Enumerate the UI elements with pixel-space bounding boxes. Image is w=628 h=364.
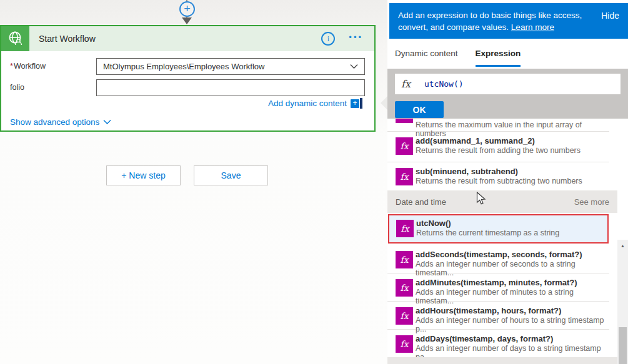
banner-text-line1: Add an expression to do basic things lik… <box>398 11 582 20</box>
add-dynamic-content-plus-icon: + <box>351 99 359 108</box>
ok-button[interactable]: OK <box>395 101 444 118</box>
function-description: Returns the result from adding the two n… <box>416 146 581 155</box>
function-name: addMinutes(timestamp, minutes, format?) <box>416 278 577 287</box>
tab-expression[interactable]: Expression <box>476 39 521 67</box>
hide-button[interactable]: Hide <box>601 10 619 22</box>
add-dynamic-content-label: Add dynamic content <box>268 99 347 108</box>
expression-input[interactable]: fx utcNow() <box>395 74 621 94</box>
expression-panel: Add an expression to do basic things lik… <box>387 0 628 364</box>
show-advanced-options-label: Show advanced options <box>10 117 99 127</box>
function-list: Returns the maximum value in the input a… <box>387 119 628 364</box>
workflow-field-label: *Workflow <box>10 62 46 71</box>
fx-icon: fx <box>401 78 411 90</box>
more-options-icon[interactable]: ••• <box>349 32 363 42</box>
new-step-button[interactable]: + New step <box>106 165 181 185</box>
scrollbar-up-icon[interactable]: ▲ <box>617 242 628 250</box>
workflow-dropdown[interactable]: MtOlympus Employees\Employees Workflow <box>96 58 365 75</box>
fx-function-icon <box>396 119 413 123</box>
see-more-link[interactable]: See more <box>574 197 609 207</box>
function-row-addseconds[interactable]: fx addSeconds(timestamp, seconds, format… <box>387 246 609 273</box>
function-row-add[interactable]: fx add(summand_1, summand_2) Returns the… <box>387 132 609 162</box>
flow-designer-canvas: + Start Workflow i ••• *Workflow M <box>0 0 387 364</box>
add-dynamic-content-link[interactable]: Add dynamic content + <box>268 98 362 109</box>
function-name: sub(minuend, subtrahend) <box>416 167 518 176</box>
function-row-adddays[interactable]: fx addDays(timestamp, days, format?) Add… <box>387 330 609 357</box>
show-advanced-options-link[interactable]: Show advanced options <box>10 117 111 127</box>
scrollbar-thumb[interactable] <box>619 327 627 364</box>
function-name: utcNow() <box>416 219 451 228</box>
function-name: addDays(timestamp, days, format?) <box>416 334 553 343</box>
chevron-down-icon <box>350 64 358 69</box>
tab-dynamic-content[interactable]: Dynamic content <box>395 39 458 67</box>
action-card-header[interactable]: Start Workflow i ••• <box>1 26 374 51</box>
save-button[interactable]: Save <box>194 165 268 185</box>
info-icon[interactable]: i <box>321 32 335 46</box>
function-row-addhours[interactable]: fx addHours(timestamp, hours, format?) A… <box>387 302 609 330</box>
expression-help-banner: Add an expression to do basic things lik… <box>389 3 628 39</box>
fx-function-icon: fx <box>396 251 413 268</box>
list-bottom-band <box>387 357 617 364</box>
connector-arrow-icon <box>182 17 192 24</box>
function-row-addminutes[interactable]: fx addMinutes(timestamp, minutes, format… <box>387 274 609 302</box>
fx-function-icon: fx <box>396 137 413 155</box>
list-scrollbar[interactable]: ▲ ▼ <box>617 240 628 364</box>
expression-editor-band: fx utcNow() OK <box>387 69 628 119</box>
banner-text-line2: convert, and compare values. <box>398 22 511 32</box>
section-title: Date and time <box>396 197 574 207</box>
fx-function-icon: fx <box>396 307 413 325</box>
required-mark: * <box>10 62 13 71</box>
function-name: add(summand_1, summand_2) <box>416 136 535 145</box>
action-card-title: Start Workflow <box>39 34 321 44</box>
expression-value: utcNow() <box>424 79 464 89</box>
section-date-and-time: Date and time See more <box>387 190 617 213</box>
function-row-sub[interactable]: fx sub(minuend, subtrahend) Returns the … <box>387 163 609 190</box>
folio-input[interactable] <box>96 79 365 96</box>
fx-function-icon: fx <box>396 335 413 353</box>
chevron-down-icon <box>103 119 111 125</box>
start-workflow-action-card: Start Workflow i ••• *Workflow MtOlympus… <box>0 25 376 132</box>
add-dynamic-content-bar-icon <box>360 98 362 109</box>
learn-more-link[interactable]: Learn more <box>511 22 554 32</box>
function-row-utcnow-selected[interactable]: fx utcNow() Returns the current timestam… <box>388 214 609 243</box>
fx-function-icon: fx <box>396 279 413 297</box>
folio-field-label: folio <box>10 83 24 92</box>
function-description: Returns the current timestamp as a strin… <box>416 229 559 237</box>
function-row-partial[interactable]: Returns the maximum value in the input a… <box>387 119 609 132</box>
workflow-dropdown-value: MtOlympus Employees\Employees Workflow <box>103 59 347 74</box>
function-description: Returns the result from subtracting two … <box>416 177 582 185</box>
workflow-connector-icon <box>1 26 29 51</box>
function-name: addSeconds(timestamp, seconds, format?) <box>416 250 582 259</box>
panel-tabs: Dynamic content Expression <box>395 39 538 67</box>
insert-step-plus-icon[interactable]: + <box>179 1 195 17</box>
function-name: addHours(timestamp, hours, format?) <box>416 306 561 315</box>
fx-function-icon: fx <box>396 220 414 237</box>
fx-function-icon: fx <box>396 168 413 185</box>
